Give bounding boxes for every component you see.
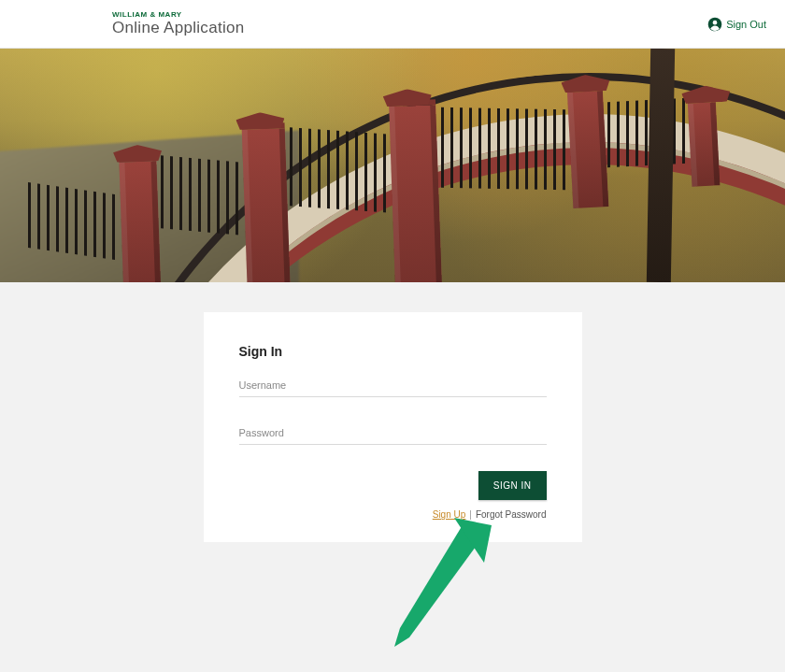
sign-out-link[interactable]: Sign Out: [707, 17, 766, 32]
app-header: WILLIAM & MARY Online Application Sign O…: [0, 0, 785, 49]
login-card: Sign In SIGN IN Sign Up | Forgot Passwor…: [204, 312, 582, 542]
sign-out-label: Sign Out: [726, 19, 766, 30]
login-card-container: Sign In SIGN IN Sign Up | Forgot Passwor…: [0, 282, 785, 542]
sign-in-button[interactable]: SIGN IN: [478, 471, 547, 500]
user-circle-icon: [707, 17, 722, 32]
link-separator: |: [469, 509, 472, 520]
svg-point-1: [713, 20, 718, 24]
login-actions: SIGN IN: [239, 471, 547, 500]
brand-app-title: Online Application: [112, 20, 245, 37]
sign-up-link[interactable]: Sign Up: [433, 509, 466, 520]
login-links-row: Sign Up | Forgot Password: [239, 509, 547, 520]
password-input[interactable]: [239, 420, 547, 445]
brand-block: WILLIAM & MARY Online Application: [112, 11, 245, 36]
username-input[interactable]: [239, 372, 547, 397]
login-heading: Sign In: [239, 344, 547, 359]
forgot-password-link[interactable]: Forgot Password: [476, 509, 547, 520]
hero-bridge-image: [0, 49, 785, 282]
